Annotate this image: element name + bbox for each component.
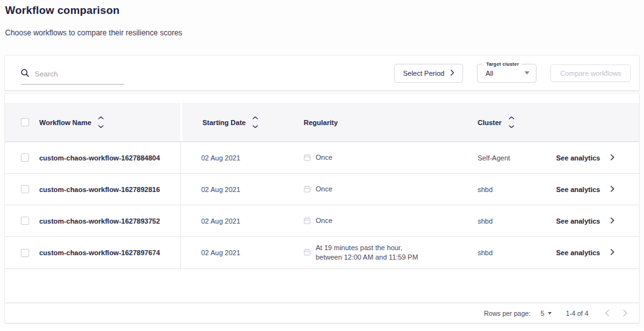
- row-checkbox-cell: [5, 205, 39, 236]
- cluster-cell: shbd: [468, 174, 544, 205]
- target-cluster-value: All: [485, 69, 524, 77]
- regularity-text: Once: [316, 216, 332, 226]
- workflows-table-card: Workflow Name Starting Date Regularity C…: [5, 93, 639, 323]
- rows-per-page-select[interactable]: 5: [541, 310, 552, 317]
- chevron-down-icon: [548, 312, 552, 315]
- regularity-cell: Once: [291, 205, 468, 236]
- calendar-icon: [304, 185, 311, 194]
- select-period-button[interactable]: Select Period: [394, 64, 463, 83]
- search-icon: [21, 68, 29, 80]
- starting-date-text: 02 Aug 2021: [201, 186, 240, 193]
- calendar-icon: [304, 248, 311, 257]
- row-checkbox-cell: [5, 174, 39, 205]
- table-row[interactable]: custom-chaos-workflow-1627892816 02 Aug …: [5, 174, 639, 205]
- next-page-icon[interactable]: [623, 310, 628, 316]
- see-analytics-link[interactable]: See analytics: [556, 186, 614, 193]
- cluster-header-label: Cluster: [478, 119, 502, 126]
- row-checkbox[interactable]: [21, 249, 29, 257]
- workflow-name-cell: custom-chaos-workflow-1627884804: [39, 142, 180, 173]
- target-cluster-select[interactable]: Target cluster All: [477, 64, 536, 83]
- table-row[interactable]: custom-chaos-workflow-1627893752 02 Aug …: [5, 205, 639, 237]
- workflow-name-cell: custom-chaos-workflow-1627892816: [39, 174, 180, 205]
- regularity-text: Once: [316, 153, 332, 162]
- column-header-cluster: Cluster: [468, 103, 544, 141]
- search-input[interactable]: [35, 70, 117, 78]
- sort-desc-icon[interactable]: [252, 125, 258, 128]
- starting-date-text: 02 Aug 2021: [201, 217, 240, 225]
- select-all-checkbox[interactable]: [21, 118, 29, 126]
- starting-date-cell: 02 Aug 2021: [180, 205, 291, 236]
- see-analytics-link[interactable]: See analytics: [556, 249, 614, 256]
- header-checkbox-cell: [5, 103, 39, 141]
- regularity-cell: At 19 minutes past the hour, between 12:…: [291, 237, 468, 268]
- starting-date-sort: [252, 116, 258, 128]
- row-checkbox-cell: [5, 142, 39, 173]
- sort-asc-icon[interactable]: [252, 116, 258, 119]
- regularity-wrap: At 19 minutes past the hour, between 12:…: [304, 243, 424, 262]
- regularity-text: At 19 minutes past the hour, between 12:…: [316, 243, 424, 262]
- chevron-right-icon: [610, 154, 614, 162]
- cluster-cell: shbd: [468, 205, 544, 236]
- starting-date-header-label: Starting Date: [202, 119, 245, 126]
- regularity-header-label: Regularity: [304, 119, 338, 126]
- column-header-regularity: Regularity: [291, 103, 468, 141]
- sort-desc-icon[interactable]: [98, 125, 104, 128]
- sort-asc-icon[interactable]: [98, 116, 104, 119]
- workflow-name-cell: custom-chaos-workflow-1627897674: [39, 237, 180, 268]
- workflow-name-text: custom-chaos-workflow-1627884804: [39, 154, 160, 162]
- page-title: Workflow comparison: [5, 4, 644, 17]
- column-header-actions: [544, 103, 639, 141]
- see-analytics-label: See analytics: [556, 154, 600, 162]
- cluster-text: shbd: [478, 186, 493, 193]
- see-analytics-label: See analytics: [556, 217, 600, 225]
- table-row[interactable]: custom-chaos-workflow-1627897674 02 Aug …: [5, 237, 639, 269]
- workflow-name-sort: [98, 116, 104, 128]
- starting-date-cell: 02 Aug 2021: [180, 237, 291, 268]
- workflow-name-header-label: Workflow Name: [39, 119, 91, 126]
- chevron-right-icon: [610, 186, 614, 193]
- toolbar-card: Select Period Target cluster All Compare…: [5, 56, 639, 90]
- chevron-right-icon: [450, 69, 454, 77]
- cluster-text: shbd: [478, 217, 493, 225]
- cluster-cell: shbd: [468, 237, 544, 268]
- chevron-right-icon: [610, 217, 614, 225]
- regularity-text: Once: [316, 184, 332, 194]
- workflow-comparison-page: Workflow comparison Choose workflows to …: [0, 4, 644, 331]
- pagination-range-label: 1-4 of 4: [566, 310, 588, 317]
- see-analytics-link[interactable]: See analytics: [556, 217, 614, 225]
- row-checkbox[interactable]: [21, 153, 29, 162]
- sort-asc-icon[interactable]: [509, 116, 514, 119]
- see-analytics-label: See analytics: [556, 249, 600, 256]
- starting-date-cell: 02 Aug 2021: [180, 142, 291, 173]
- workflow-name-cell: custom-chaos-workflow-1627893752: [39, 205, 180, 236]
- regularity-wrap: Once: [304, 153, 332, 162]
- table-empty-space: [5, 269, 639, 303]
- table-body: custom-chaos-workflow-1627884804 02 Aug …: [5, 142, 639, 269]
- analytics-cell: See analytics: [544, 142, 639, 173]
- starting-date-text: 02 Aug 2021: [201, 249, 240, 256]
- compare-workflows-button[interactable]: Compare workflows: [550, 64, 631, 82]
- rows-per-page-value: 5: [541, 310, 545, 317]
- analytics-cell: See analytics: [544, 237, 639, 268]
- workflow-name-text: custom-chaos-workflow-1627893752: [39, 217, 160, 225]
- row-checkbox[interactable]: [21, 185, 29, 193]
- pagination-nav: [605, 310, 628, 316]
- see-analytics-link[interactable]: See analytics: [556, 154, 614, 162]
- row-checkbox[interactable]: [21, 217, 29, 225]
- previous-page-icon[interactable]: [605, 310, 609, 316]
- cluster-text: shbd: [478, 249, 493, 256]
- regularity-cell: Once: [291, 142, 468, 173]
- calendar-icon: [304, 217, 311, 226]
- target-cluster-label: Target cluster: [483, 61, 521, 67]
- starting-date-text: 02 Aug 2021: [201, 154, 240, 162]
- sort-desc-icon[interactable]: [509, 125, 514, 128]
- column-header-starting-date: Starting Date: [180, 103, 291, 141]
- workflow-name-text: custom-chaos-workflow-1627897674: [39, 249, 160, 256]
- starting-date-cell: 02 Aug 2021: [180, 174, 291, 205]
- analytics-cell: See analytics: [544, 205, 639, 236]
- row-checkbox-cell: [5, 237, 39, 268]
- table-row[interactable]: custom-chaos-workflow-1627884804 02 Aug …: [5, 142, 639, 174]
- table-header-row: Workflow Name Starting Date Regularity C…: [5, 103, 639, 142]
- regularity-wrap: Once: [304, 216, 332, 226]
- rows-per-page-label: Rows per page:: [484, 310, 531, 317]
